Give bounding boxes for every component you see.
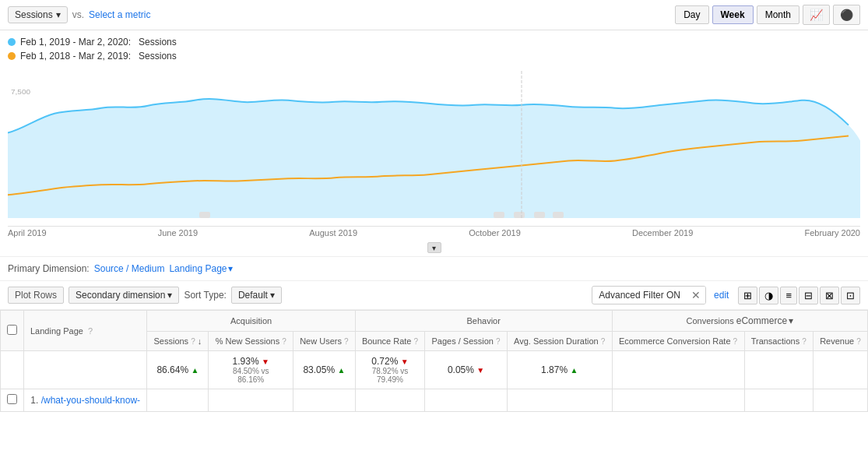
new-users-col-header: New Users ?: [293, 332, 356, 351]
data-table: Landing Page ? Acquisition Behavior Conv…: [0, 310, 868, 412]
select-all-checkbox[interactable]: [1, 311, 24, 351]
bounce-rate-help-icon[interactable]: ?: [414, 337, 419, 346]
sort-type-dropdown[interactable]: Default ▾: [231, 287, 282, 304]
ecommerce-dropdown[interactable]: eCommerce ▾: [736, 315, 793, 326]
avg-dur-val: 1.87%: [541, 364, 568, 375]
bounce-sub2: 79.49%: [362, 375, 419, 384]
pages-help-icon[interactable]: ?: [496, 337, 501, 346]
scatter-chart-icon[interactable]: ⚫: [833, 5, 860, 25]
row-1-ecomm: [612, 389, 744, 412]
ecomm-conv-help-icon[interactable]: ?: [733, 337, 738, 346]
row-1-sessions: [147, 389, 209, 412]
row-1-pct-new: [209, 389, 293, 412]
total-avg-duration: 1.87% ▲: [507, 351, 612, 389]
row-1-rev: [814, 389, 868, 412]
acquisition-header: Acquisition: [147, 311, 355, 332]
top-bar: Sessions ▾ vs. Select a metric Day Week …: [0, 0, 868, 30]
x-axis-labels: April 2019 June 2019 August 2019 October…: [0, 227, 868, 239]
pct-new-sub2: 86.16%: [215, 375, 286, 384]
sessions-pct: 86.64%: [156, 364, 188, 375]
sessions-dropdown[interactable]: Sessions ▾: [8, 6, 68, 23]
bounce-rate-trend-icon: ▼: [401, 357, 409, 366]
svg-rect-4: [534, 212, 545, 218]
row-1-page-link[interactable]: /what-you-should-know-: [41, 395, 140, 406]
total-ecomm-conv: [612, 351, 744, 389]
revenue-help-icon[interactable]: ?: [856, 337, 861, 346]
revenue-col-header: Revenue ?: [814, 332, 868, 351]
landing-page-help-icon[interactable]: ?: [88, 326, 93, 336]
x-label-february: February 2020: [804, 228, 860, 238]
select-metric-link[interactable]: Select a metric: [89, 9, 150, 20]
landing-page-dropdown[interactable]: Landing Page ▾: [169, 263, 233, 274]
filter-clear-button[interactable]: ✕: [687, 287, 705, 304]
svg-rect-1: [199, 212, 210, 218]
sort-default-label: Default: [238, 290, 268, 301]
pct-new-help-icon[interactable]: ?: [282, 337, 286, 346]
pct-new-sub1: 84.50% vs: [215, 367, 286, 375]
pages-trend-icon: ▼: [476, 366, 484, 375]
row-1-new-users: [293, 389, 356, 412]
total-bounce-rate: 0.72% ▼ 78.92% vs 79.49%: [355, 351, 425, 389]
new-users-help-icon[interactable]: ?: [344, 337, 349, 346]
transactions-col-header: Transactions ?: [744, 332, 814, 351]
pct-new-val: 1.93%: [233, 356, 259, 367]
ecommerce-conv-col-header: Ecommerce Conversion Rate ?: [612, 332, 744, 351]
total-checkbox: [1, 351, 24, 389]
day-button[interactable]: Day: [675, 5, 708, 24]
row-1-checkbox-input[interactable]: [7, 394, 17, 404]
avg-dur-help-icon[interactable]: ?: [601, 337, 606, 346]
transactions-help-icon[interactable]: ?: [802, 337, 807, 346]
svg-text:7,500: 7,500: [11, 87, 30, 96]
row-1-duration: [507, 389, 612, 412]
table-view-icon[interactable]: ⊞: [738, 287, 757, 304]
legend-dot-1: [8, 38, 16, 46]
row-1-num: 1.: [30, 395, 38, 406]
x-label-august: August 2019: [309, 228, 357, 238]
svg-rect-5: [553, 212, 564, 218]
month-button[interactable]: Month: [757, 5, 799, 24]
checkbox-input[interactable]: [7, 325, 17, 335]
scroll-down-icon: ▾: [432, 244, 436, 252]
edit-filter-link[interactable]: edit: [714, 290, 729, 301]
legend-dot-2: [8, 52, 16, 60]
compare-view-icon[interactable]: ⊟: [799, 287, 818, 304]
source-medium-link[interactable]: Source / Medium: [94, 263, 165, 274]
landing-page-header: Landing Page ?: [24, 311, 147, 351]
sessions-label: Sessions: [15, 9, 53, 20]
x-label-december: December 2019: [632, 228, 693, 238]
secondary-dimension-label: Secondary dimension: [76, 290, 165, 301]
chart-legend: Feb 1, 2019 - Mar 2, 2020: Sessions Feb …: [0, 30, 868, 71]
total-revenue: [814, 351, 868, 389]
sec-dim-arrow-icon: ▾: [167, 290, 172, 301]
primary-dimension-bar: Primary Dimension: Source / Medium Landi…: [0, 256, 868, 280]
pie-view-icon[interactable]: ◑: [759, 287, 778, 304]
landing-page-dropdown-icon: ▾: [228, 263, 233, 274]
scroll-handle[interactable]: ▾: [427, 242, 441, 253]
sessions-help-icon[interactable]: ?: [191, 337, 195, 346]
total-row: 86.64% ▲ 1.93% ▼ 84.50% vs 86.16% 83.05%…: [1, 351, 868, 389]
row-1-checkbox[interactable]: [1, 389, 24, 412]
total-sessions: 86.64% ▲: [147, 351, 209, 389]
new-users-val: 83.05%: [303, 364, 335, 375]
pages-val: 0.05%: [448, 364, 474, 375]
x-label-june: June 2019: [158, 228, 198, 238]
line-chart-icon[interactable]: 📈: [803, 5, 830, 25]
legend-row-1: Feb 1, 2019 - Mar 2, 2020: Sessions: [8, 37, 860, 48]
table-row: 1. /what-you-should-know-: [1, 389, 868, 412]
custom-view-icon[interactable]: ⊡: [841, 287, 860, 304]
legend-date-1: Feb 1, 2019 - Mar 2, 2020:: [20, 37, 131, 48]
bounce-rate-val: 0.72%: [371, 356, 398, 367]
bounce-rate-col-header: Bounce Rate ?: [355, 332, 425, 351]
sort-type-label: Sort Type:: [184, 290, 226, 301]
week-button[interactable]: Week: [712, 5, 754, 24]
legend-metric-1: Sessions: [139, 37, 177, 48]
secondary-dimension-dropdown[interactable]: Secondary dimension ▾: [69, 287, 179, 304]
ecommerce-label: eCommerce: [736, 315, 787, 326]
list-view-icon[interactable]: ≡: [780, 287, 797, 304]
landing-page-label: Landing Page: [169, 263, 227, 274]
chart-area: 7,500: [8, 71, 860, 227]
pivot-view-icon[interactable]: ⊠: [820, 287, 839, 304]
sessions-col-header[interactable]: Sessions ? ↓: [147, 332, 209, 351]
plot-rows-button[interactable]: Plot Rows: [8, 287, 64, 304]
ecommerce-dropdown-icon: ▾: [789, 315, 793, 326]
